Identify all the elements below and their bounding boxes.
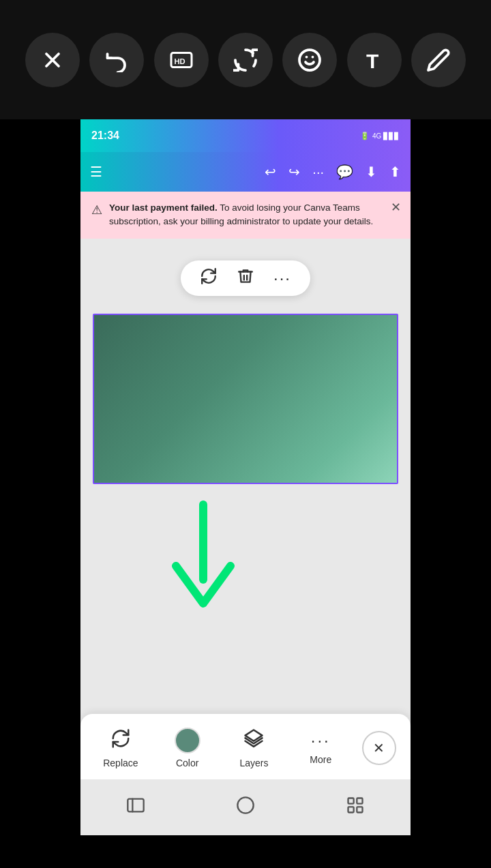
float-toolbar: ··· (181, 260, 310, 296)
payment-banner-text: Your last payment failed. To avoid losin… (109, 201, 400, 229)
bottom-panel-layers[interactable]: Layers (228, 728, 280, 768)
app-toolbar-left: ☰ (90, 164, 102, 180)
system-nav (80, 779, 411, 835)
payment-banner: ⚠ Your last payment failed. To avoid los… (80, 192, 411, 239)
status-time: 21:34 (91, 130, 119, 142)
app-toolbar: ☰ ↩ ↪ ··· 💬 ⬇ ⬆ (80, 152, 411, 192)
payment-banner-close[interactable]: ✕ (391, 200, 401, 215)
svg-point-10 (237, 797, 253, 813)
svg-rect-9 (128, 799, 143, 812)
warning-icon: ⚠ (91, 203, 102, 218)
rotate-button[interactable] (218, 33, 273, 87)
comment-icon[interactable]: 💬 (336, 164, 353, 180)
share-icon[interactable]: ⬆ (389, 164, 401, 180)
close-x-icon: ✕ (373, 740, 385, 756)
app-toolbar-right: ↩ ↪ ··· 💬 ⬇ ⬆ (265, 164, 401, 180)
hd-button[interactable]: HD (154, 33, 209, 87)
svg-text:T: T (366, 50, 378, 72)
bottom-panel-close-button[interactable]: ✕ (362, 731, 396, 765)
more-dots-icon[interactable]: ··· (312, 164, 324, 180)
download-icon[interactable]: ⬇ (366, 164, 377, 180)
svg-text:HD: HD (174, 57, 185, 65)
more-label: More (310, 754, 331, 765)
status-icons: 🔋 4G ▊▊▊ (360, 132, 400, 140)
layers-label: Layers (239, 758, 268, 768)
home-nav-btn[interactable] (236, 796, 255, 819)
payment-banner-title: Your last payment failed. (109, 203, 218, 213)
color-swatch (175, 728, 200, 753)
svg-rect-11 (348, 798, 354, 804)
top-toolbar: HD T (0, 0, 491, 119)
arrow-annotation (162, 498, 244, 614)
replace-label: Replace (103, 758, 138, 768)
sticker-button[interactable] (282, 33, 337, 87)
canvas-selected-element[interactable] (93, 314, 398, 484)
status-bar: 21:34 🔋 4G ▊▊▊ (80, 119, 411, 152)
back-nav-btn[interactable] (126, 796, 145, 819)
pen-button[interactable] (411, 33, 466, 87)
bottom-panel-color[interactable]: Color (162, 728, 213, 768)
menu-icon[interactable]: ☰ (90, 164, 102, 180)
undo-button[interactable] (89, 33, 144, 87)
replace-icon (110, 728, 131, 753)
color-label: Color (176, 758, 198, 768)
trash-icon[interactable] (237, 267, 254, 289)
refresh-icon[interactable] (200, 267, 218, 289)
svg-point-4 (299, 50, 320, 70)
undo-icon[interactable]: ↩ (265, 164, 276, 180)
bottom-panel: Replace Color Layers ··· More ✕ (80, 714, 411, 779)
redo-icon[interactable]: ↪ (288, 164, 300, 180)
more-icon: ··· (311, 731, 331, 750)
canvas-area: ··· (80, 239, 411, 607)
svg-rect-14 (357, 807, 363, 812)
phone-frame: 21:34 🔋 4G ▊▊▊ ☰ ↩ ↪ ··· 💬 ⬇ ⬆ ⚠ Your la… (80, 119, 411, 835)
bottom-panel-replace[interactable]: Replace (95, 728, 146, 768)
recents-nav-btn[interactable] (346, 796, 365, 819)
text-button[interactable]: T (347, 33, 402, 87)
float-more-icon[interactable]: ··· (273, 269, 291, 288)
layers-icon (243, 728, 264, 753)
close-button[interactable] (25, 33, 80, 87)
svg-rect-13 (348, 807, 354, 812)
svg-rect-12 (357, 798, 363, 804)
bottom-panel-more[interactable]: ··· More (295, 731, 346, 765)
